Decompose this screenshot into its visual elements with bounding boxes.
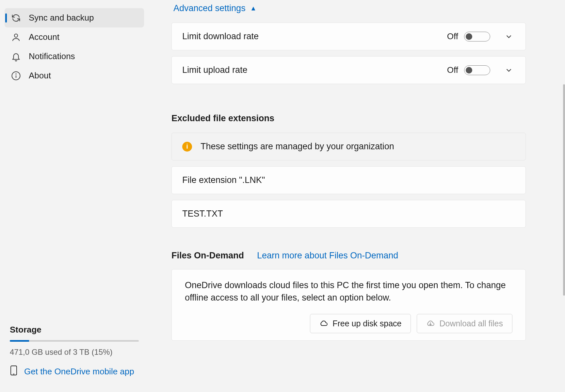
limit-download-expand[interactable] xyxy=(490,32,513,41)
advanced-settings-link[interactable]: Advanced settings ▲ xyxy=(171,3,256,13)
limit-download-toggle[interactable] xyxy=(464,32,490,41)
svg-rect-4 xyxy=(11,366,17,375)
limit-download-state: Off xyxy=(447,31,458,41)
mobile-link-label: Get the OneDrive mobile app xyxy=(24,367,134,377)
info-badge-icon: i xyxy=(182,142,192,152)
download-all-files-button[interactable]: Download all files xyxy=(417,314,512,333)
limit-upload-toggle-wrap: Off xyxy=(447,65,490,75)
sidebar-item-label: About xyxy=(29,71,51,81)
sidebar: Sync and backup Account Notifications Ab… xyxy=(0,0,149,392)
phone-icon xyxy=(10,365,18,378)
excluded-extension-label: File extension ".LNK" xyxy=(182,175,513,185)
storage-bar-fill xyxy=(10,340,29,342)
cloud-icon xyxy=(319,319,328,328)
sidebar-item-notifications[interactable]: Notifications xyxy=(5,47,144,66)
download-all-label: Download all files xyxy=(439,319,503,328)
info-icon xyxy=(11,71,21,81)
files-on-demand-desc: OneDrive downloads cloud files to this P… xyxy=(185,279,512,304)
excluded-extension-label: TEST.TXT xyxy=(182,209,513,219)
sidebar-item-label: Notifications xyxy=(29,51,75,61)
limit-upload-label: Limit upload rate xyxy=(182,65,447,75)
free-up-label: Free up disk space xyxy=(332,319,401,328)
sync-icon xyxy=(11,13,21,23)
storage-title: Storage xyxy=(10,325,139,335)
caret-up-icon: ▲ xyxy=(250,5,257,12)
files-on-demand-card: OneDrive downloads cloud files to this P… xyxy=(171,269,526,341)
person-icon xyxy=(11,32,21,42)
limit-download-rate-row[interactable]: Limit download rate Off xyxy=(171,23,526,50)
sidebar-item-label: Account xyxy=(29,32,59,42)
limit-upload-state: Off xyxy=(447,65,458,75)
excluded-extension-row: File extension ".LNK" xyxy=(171,166,526,194)
storage-bar xyxy=(10,340,139,342)
learn-more-fod-link[interactable]: Learn more about Files On-Demand xyxy=(257,251,398,261)
free-up-disk-space-button[interactable]: Free up disk space xyxy=(310,314,411,333)
cloud-download-icon xyxy=(426,319,435,328)
excluded-extensions-title: Excluded file extensions xyxy=(171,113,526,123)
limit-upload-toggle[interactable] xyxy=(464,65,490,75)
sidebar-item-label: Sync and backup xyxy=(29,13,94,23)
sidebar-bottom: Storage 471,0 GB used of 3 TB (15%) Get … xyxy=(5,321,144,384)
svg-point-0 xyxy=(14,34,18,37)
org-managed-info: i These settings are managed by your org… xyxy=(171,133,526,160)
files-on-demand-buttons: Free up disk space Download all files xyxy=(185,314,512,333)
limit-download-label: Limit download rate xyxy=(182,31,447,41)
bell-icon xyxy=(11,52,21,61)
storage-text: 471,0 GB used of 3 TB (15%) xyxy=(10,348,139,357)
scrollbar-thumb[interactable] xyxy=(563,84,565,296)
sidebar-item-about[interactable]: About xyxy=(5,66,144,85)
sidebar-item-account[interactable]: Account xyxy=(5,27,144,47)
chevron-down-icon xyxy=(505,32,513,41)
limit-upload-rate-row[interactable]: Limit upload rate Off xyxy=(171,56,526,84)
files-on-demand-header: Files On-Demand Learn more about Files O… xyxy=(171,251,526,261)
limit-upload-expand[interactable] xyxy=(490,66,513,74)
limit-download-toggle-wrap: Off xyxy=(447,31,490,41)
get-mobile-app-link[interactable]: Get the OneDrive mobile app xyxy=(10,365,139,378)
sidebar-nav: Sync and backup Account Notifications Ab… xyxy=(5,8,144,321)
svg-point-3 xyxy=(16,74,16,74)
sidebar-item-sync-backup[interactable]: Sync and backup xyxy=(5,8,144,27)
advanced-settings-label: Advanced settings xyxy=(173,3,246,13)
excluded-extension-row: TEST.TXT xyxy=(171,200,526,228)
chevron-down-icon xyxy=(505,66,513,74)
main-content: Advanced settings ▲ Limit download rate … xyxy=(149,0,565,392)
files-on-demand-title: Files On-Demand xyxy=(171,251,244,261)
org-managed-text: These settings are managed by your organ… xyxy=(201,141,513,152)
scrollbar[interactable] xyxy=(563,0,565,392)
